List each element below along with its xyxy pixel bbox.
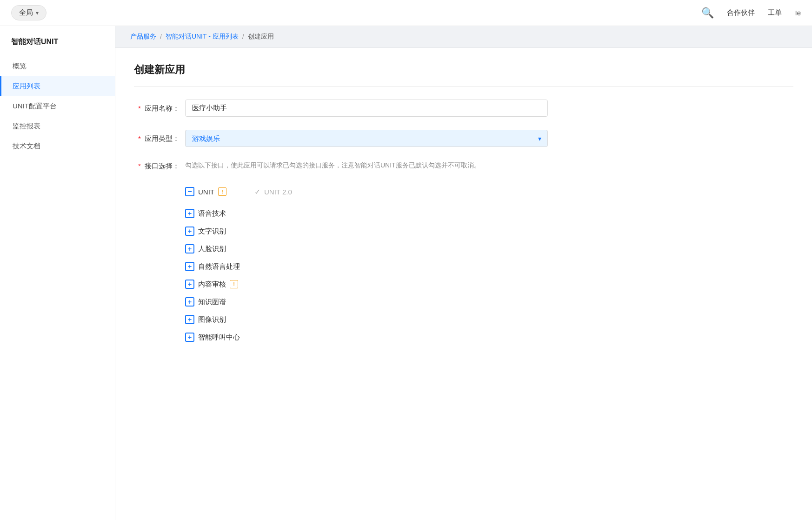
layout: 智能对话UNIT 概览 应用列表 UNIT配置平台 监控报表 技术文档 产品服务… — [0, 26, 812, 520]
region-label: 全局 — [19, 8, 33, 17]
warning-icon-unit: ! — [218, 187, 226, 196]
interface-description: 勾选以下接口，使此应用可以请求已勾选的接口服务，注意智能对话UNIT服务已默认勾… — [185, 160, 548, 170]
sidebar-item-label: 概览 — [13, 62, 27, 71]
breadcrumb-applist[interactable]: 智能对话UNIT - 应用列表 — [166, 33, 239, 41]
plus-icon: + — [185, 244, 194, 253]
plus-icon: + — [185, 297, 194, 307]
checkmark-icon: ✓ — [254, 187, 260, 196]
sidebar: 智能对话UNIT 概览 应用列表 UNIT配置平台 监控报表 技术文档 — [0, 26, 115, 520]
interface-item-nlp[interactable]: + 自然语言处理 — [185, 258, 511, 275]
sidebar-item-label: 应用列表 — [13, 82, 40, 91]
form-row-type: * 应用类型： 游戏娱乐 医疗健康 金融 教育 其他 ▾ — [134, 130, 793, 147]
form-field-name — [185, 100, 557, 117]
interface-item-censor[interactable]: + 内容审核 ! — [185, 275, 511, 293]
sidebar-item-applist[interactable]: 应用列表 — [0, 76, 115, 96]
sidebar-item-docs[interactable]: 技术文档 — [0, 136, 115, 156]
plus-icon: + — [185, 333, 194, 342]
interface-label-voice: 语音技术 — [198, 209, 226, 218]
warning-icon-censor: ! — [230, 280, 238, 288]
plus-icon: + — [185, 227, 194, 236]
plus-icon: + — [185, 280, 194, 289]
top-nav-right: 🔍 合作伙伴 工单 Ie — [701, 7, 801, 19]
chevron-down-icon: ▾ — [36, 10, 39, 16]
interface-label-kg: 知识图谱 — [198, 298, 226, 307]
sidebar-item-monitor[interactable]: 监控报表 — [0, 116, 115, 136]
form-row-name: * 应用名称： — [134, 100, 793, 117]
main-content: 产品服务 / 智能对话UNIT - 应用列表 / 创建应用 创建新应用 * 应用… — [115, 26, 812, 520]
region-button[interactable]: 全局 ▾ — [11, 5, 47, 20]
required-star: * — [138, 134, 141, 142]
interface-item-callcenter[interactable]: + 智能呼叫中心 — [185, 328, 511, 346]
interface-label-ocr: 文字识别 — [198, 227, 226, 236]
sidebar-item-label: 监控报表 — [13, 122, 40, 131]
top-nav: 全局 ▾ 🔍 合作伙伴 工单 Ie — [0, 0, 812, 26]
app-name-input[interactable] — [185, 100, 548, 117]
interface-item-kg[interactable]: + 知识图谱 — [185, 293, 511, 311]
interface-label-face: 人脸识别 — [198, 245, 226, 253]
top-nav-left: 全局 ▾ — [11, 5, 47, 20]
sidebar-item-unit-config[interactable]: UNIT配置平台 — [0, 96, 115, 116]
breadcrumb-sep-2: / — [242, 33, 244, 40]
plus-icon: + — [185, 209, 194, 218]
sidebar-item-overview[interactable]: 概览 — [0, 56, 115, 76]
interface-item-face[interactable]: + 人脸识别 — [185, 240, 511, 258]
interface-row-1: − UNIT ! ✓ UNIT 2.0 — [185, 179, 511, 205]
required-star: * — [138, 104, 141, 112]
required-star: * — [138, 162, 141, 170]
page-title: 创建新应用 — [134, 63, 793, 87]
interface-label-censor: 内容审核 — [198, 280, 226, 289]
sidebar-item-label: 技术文档 — [13, 142, 40, 151]
plus-icon: + — [185, 262, 194, 271]
breadcrumb-sep-1: / — [160, 33, 162, 40]
form-label-type: * 应用类型： — [134, 130, 185, 143]
interface-item-image[interactable]: + 图像识别 — [185, 311, 511, 328]
breadcrumb-current: 创建应用 — [248, 33, 274, 41]
interface-item-unit20[interactable]: ✓ UNIT 2.0 — [254, 183, 292, 200]
search-icon[interactable]: 🔍 — [701, 7, 714, 19]
type-select-wrapper: 游戏娱乐 医疗健康 金融 教育 其他 ▾ — [185, 130, 548, 147]
workorder-link[interactable]: 工单 — [768, 8, 782, 17]
interface-label-unit20: UNIT 2.0 — [264, 188, 292, 196]
minus-icon: − — [185, 187, 194, 196]
interface-label-image: 图像识别 — [198, 315, 226, 324]
page-card: 创建新应用 * 应用名称： * 应用类型： — [115, 48, 812, 520]
plus-icon: + — [185, 315, 194, 324]
app-type-select[interactable]: 游戏娱乐 医疗健康 金融 教育 其他 — [185, 130, 548, 147]
interface-list: − UNIT ! ✓ UNIT 2.0 + 语 — [185, 179, 511, 346]
user-avatar[interactable]: Ie — [795, 9, 801, 17]
sidebar-title: 智能对话UNIT — [0, 37, 115, 56]
form-label-interface: * 接口选择： — [134, 160, 185, 171]
interface-label-nlp: 自然语言处理 — [198, 262, 240, 271]
form-field-type: 游戏娱乐 医疗健康 金融 教育 其他 ▾ — [185, 130, 557, 147]
sidebar-item-label: UNIT配置平台 — [13, 102, 57, 111]
form-row-interface: * 接口选择： 勾选以下接口，使此应用可以请求已勾选的接口服务，注意智能对话UN… — [134, 160, 793, 346]
breadcrumb-product[interactable]: 产品服务 — [130, 33, 156, 41]
interface-label-callcenter: 智能呼叫中心 — [198, 333, 240, 342]
partner-link[interactable]: 合作伙伴 — [727, 8, 755, 17]
interface-item-ocr[interactable]: + 文字识别 — [185, 222, 511, 240]
form-label-name: * 应用名称： — [134, 100, 185, 113]
interface-item-voice[interactable]: + 语音技术 — [185, 205, 511, 222]
interface-item-unit[interactable]: − UNIT ! — [185, 183, 226, 200]
form-field-interface: 勾选以下接口，使此应用可以请求已勾选的接口服务，注意智能对话UNIT服务已默认勾… — [185, 160, 557, 346]
interface-label-unit: UNIT — [198, 188, 214, 196]
breadcrumb: 产品服务 / 智能对话UNIT - 应用列表 / 创建应用 — [115, 26, 812, 48]
